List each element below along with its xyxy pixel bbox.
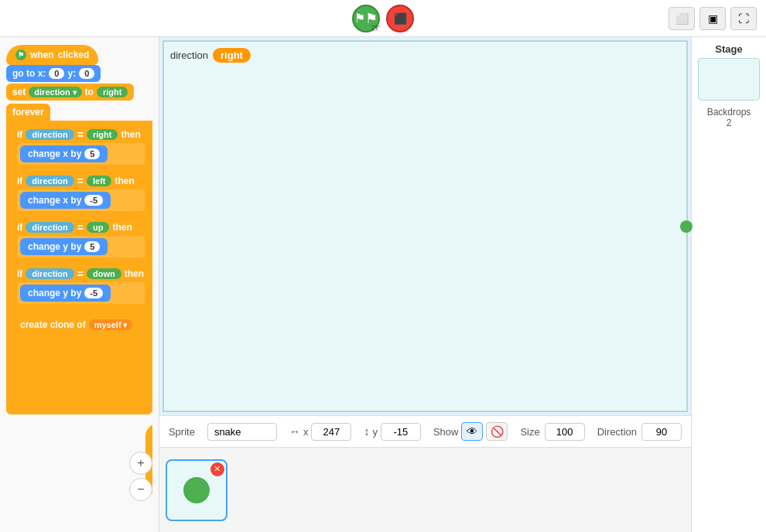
set-direction-block: set direction to right: [6, 84, 134, 101]
right-val-badge[interactable]: right: [97, 87, 128, 97]
show-eye-btn[interactable]: 👁: [461, 422, 483, 441]
myself-dropdown[interactable]: myself: [89, 319, 133, 330]
stage-canvas: direction right: [162, 40, 688, 412]
if-down-block: if direction = down then change y by -5: [12, 265, 149, 309]
if2-label: if: [17, 176, 22, 186]
show-toggle-group: Show 👁 🚫: [433, 422, 508, 441]
direction-input[interactable]: [641, 423, 682, 441]
eq3: =: [77, 221, 84, 234]
if-right-block: if direction = right then change x by 5: [12, 126, 149, 169]
direction-label: Direction: [597, 426, 637, 438]
x0-input[interactable]: 0: [49, 68, 64, 79]
eq1: =: [77, 128, 84, 141]
sprite-delete-btn[interactable]: ✕: [210, 462, 224, 476]
sprite-name-input[interactable]: [207, 423, 277, 441]
blocks-scrollable[interactable]: ⚑ when clicked go to x: 0 y: 0 set dire: [6, 45, 152, 493]
size-group: Size: [520, 423, 584, 441]
if3-label: if: [17, 222, 22, 233]
stage-thumbnail[interactable]: [698, 58, 760, 101]
if1-label: if: [17, 129, 22, 140]
y-coord-label: y: [372, 426, 378, 438]
sprite-info-bar: Sprite ↔ x ↕ y Show 👁 🚫 Size: [159, 415, 691, 447]
x-coord-input[interactable]: [311, 423, 351, 441]
change-x-neg5-block: change x by -5: [20, 192, 111, 209]
stage-panel-label: Stage: [715, 43, 742, 55]
when-label: when: [30, 49, 54, 60]
green-flag-button[interactable]: ⚑ ☞: [352, 5, 380, 32]
change-x2-label: change x by: [28, 195, 81, 206]
goto-block: go to x: 0 y: 0: [6, 65, 101, 82]
forever-label: forever: [6, 104, 50, 121]
size-input[interactable]: [545, 423, 585, 441]
up-cond: up: [87, 222, 109, 233]
create-clone-block: create clone of myself: [12, 316, 140, 333]
when-clicked-group: ⚑ when clicked go to x: 0 y: 0 set dire: [6, 45, 152, 414]
backdrops-label: Backdrops: [707, 107, 751, 118]
forever-block: forever if direction = right then: [6, 104, 152, 414]
y-val2[interactable]: -5: [84, 288, 103, 298]
dir-cond3: direction: [26, 222, 74, 233]
backdrops-count: 2: [727, 118, 732, 128]
right-panel: Stage Backdrops 2: [691, 37, 766, 532]
playback-controls: ⚑ ☞ ⬛: [352, 5, 414, 32]
sprite-image: [183, 477, 210, 503]
direction-display-label: direction: [170, 49, 208, 61]
top-bar: ⚑ ☞ ⬛ ⬜ ▣ ⛶: [0, 0, 766, 37]
size-label: Size: [520, 426, 539, 438]
direction-var-dropdown[interactable]: direction: [29, 87, 81, 97]
then2: then: [115, 176, 134, 186]
x-val1[interactable]: 5: [84, 148, 100, 159]
change-y-5-block: change y by 5: [20, 238, 108, 255]
direction-value-badge: right: [213, 48, 251, 63]
stage-area: direction right Sprite ↔ x ↕ y Show 👁: [159, 37, 691, 532]
flag-icon: ⚑: [15, 49, 26, 60]
cursor-icon: ☞: [371, 22, 381, 34]
blocks-panel: ⚑ when clicked go to x: 0 y: 0 set dire: [0, 37, 159, 532]
create-clone-label: create clone of: [20, 319, 86, 330]
left-cond: left: [87, 176, 112, 186]
x-val2[interactable]: -5: [84, 195, 103, 206]
x-arrows-icon: ↔: [289, 425, 300, 438]
main-area: ⚑ when clicked go to x: 0 y: 0 set dire: [0, 37, 766, 532]
y-val1[interactable]: 5: [84, 241, 100, 252]
clicked-label: clicked: [58, 49, 90, 60]
direction-group: Direction: [597, 423, 682, 441]
then4: then: [125, 268, 144, 279]
dir-cond1: direction: [26, 129, 74, 140]
right-cond: right: [87, 129, 118, 140]
goto-label: go to x:: [12, 68, 46, 79]
change-x-5-block: change x by 5: [20, 145, 108, 162]
if-left-block: if direction = left then change x by -5: [12, 172, 149, 216]
layout-btn-2[interactable]: ▣: [699, 7, 726, 30]
y-coord-group: ↕ y: [364, 423, 421, 441]
y-coord-input[interactable]: [381, 423, 421, 441]
layout-btn-1[interactable]: ⬜: [669, 7, 695, 30]
then3: then: [112, 222, 132, 233]
x-coord-label: x: [303, 426, 309, 438]
stop-button[interactable]: ⬛: [386, 5, 414, 32]
when-clicked-hat: ⚑ when clicked: [6, 45, 98, 65]
set-label: set: [12, 87, 26, 97]
if-up-block: if direction = up then change y by 5: [12, 219, 149, 262]
direction-display: direction right: [170, 48, 251, 63]
sprite-thumbnail[interactable]: ✕: [166, 459, 227, 521]
show-label: Show: [433, 426, 459, 438]
scroll-controls: + −: [129, 452, 152, 501]
x-coord-group: ↔ x: [289, 423, 352, 441]
layout-buttons: ⬜ ▣ ⛶: [669, 7, 757, 30]
zoom-in-btn[interactable]: +: [129, 452, 152, 475]
down-cond: down: [87, 268, 121, 279]
change-x1-label: change x by: [28, 148, 81, 159]
zoom-out-btn[interactable]: −: [129, 478, 152, 501]
layout-btn-3[interactable]: ⛶: [730, 7, 757, 30]
eq4: =: [77, 268, 84, 280]
to-label: to: [85, 87, 94, 97]
bottom-sprite-list[interactable]: ✕: [159, 447, 691, 532]
change-y2-label: change y by: [28, 288, 81, 298]
dir-cond2: direction: [26, 176, 74, 186]
hide-eye-btn[interactable]: 🚫: [486, 422, 508, 441]
change-y1-label: change y by: [28, 241, 81, 252]
y-arrows-icon: ↕: [364, 425, 369, 438]
then1: then: [121, 129, 140, 140]
y0-input[interactable]: 0: [79, 68, 94, 79]
